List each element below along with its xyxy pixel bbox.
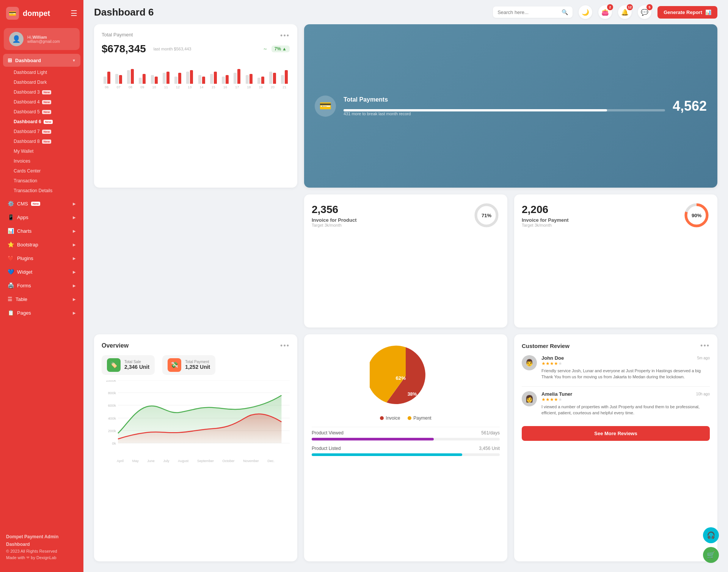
support-icon: 🎧 — [707, 531, 715, 539]
dashboard6-badge: New — [44, 120, 53, 124]
generate-report-button[interactable]: Generate Report 📊 — [657, 6, 717, 19]
bar-label: 15 — [212, 85, 215, 89]
bar-red — [202, 77, 205, 84]
bar-gray — [246, 75, 249, 84]
see-more-reviews-button[interactable]: See More Reviews — [522, 426, 710, 441]
invoice-product-pct: 71% — [482, 213, 491, 218]
bell-icon: 🔔 — [621, 9, 629, 16]
bar-gray — [151, 75, 154, 84]
overview-menu[interactable]: ••• — [280, 342, 290, 350]
dashboard-nav-parent[interactable]: ⊞ Dashboard ▼ — [3, 54, 80, 67]
sidebar-item-dashboard-6[interactable]: Dashboard 6 New — [9, 117, 80, 127]
sidebar-item-apps[interactable]: 📱 Apps ▶ — [3, 211, 80, 224]
sidebar-item-dashboard-8[interactable]: Dashboard 8 New — [9, 136, 80, 146]
bell-btn[interactable]: 🔔 12 — [618, 5, 632, 19]
sidebar-item-transaction[interactable]: Transaction — [9, 176, 80, 186]
sidebar-item-dashboard-3[interactable]: Dashboard 3 New — [9, 87, 80, 97]
tp-sub: 431 more to break last month record — [344, 111, 665, 116]
bar-group: 17 — [232, 59, 242, 89]
sidebar-item-pages[interactable]: 📋 Pages ▶ — [3, 306, 80, 319]
bootstrap-arrow: ▶ — [73, 243, 76, 247]
user-email: william@gmail.com — [27, 39, 60, 44]
sidebar-item-invoices[interactable]: Invoices — [9, 156, 80, 166]
product-listed-bar — [312, 453, 462, 456]
product-viewed-bar — [312, 438, 434, 440]
bar-label: 16 — [223, 85, 227, 89]
sidebar-item-dashboard-dark[interactable]: Dashboard Dark — [9, 77, 80, 87]
total-payment-icon: 💸 — [168, 358, 181, 372]
hamburger-menu[interactable]: ☰ — [71, 9, 77, 18]
cart-float-btn[interactable]: 🛒 — [703, 547, 719, 563]
bar-group: 18 — [244, 59, 254, 89]
sidebar-item-dashboard-4[interactable]: Dashboard 4 New — [9, 97, 80, 107]
review-stars-1: ★★★★★ — [541, 361, 710, 366]
total-payment-card: Total Payment ••• $678,345 last month $5… — [94, 24, 297, 188]
total-sale-value: 2,346 Unit — [124, 364, 149, 370]
x-label-august: August — [178, 459, 188, 463]
dashboard-label: Dashboard — [15, 58, 41, 63]
nav-section: ⊞ Dashboard ▼ Dashboard Light Dashboard … — [0, 54, 83, 320]
sidebar-item-my-wallet[interactable]: My Wallet — [9, 146, 80, 156]
sidebar-item-charts[interactable]: 📊 Charts ▶ — [3, 224, 80, 237]
logo-icon: 💳 — [6, 7, 19, 20]
sidebar-item-plugins[interactable]: ❤️ Plugins ▶ — [3, 252, 80, 265]
charts-icon: 📊 — [8, 228, 14, 234]
review-time-1: 5m ago — [697, 356, 710, 360]
support-float-btn[interactable]: 🎧 — [703, 527, 719, 543]
bar-group: 08 — [126, 59, 136, 89]
overview-stats: 🏷️ Total Sale 2,346 Unit 💸 Total Payment… — [102, 355, 290, 375]
x-label-dec: Dec. — [267, 459, 275, 463]
chat-btn[interactable]: 💬 5 — [638, 5, 651, 19]
sidebar-item-bootstrap[interactable]: ⭐ Bootstrap ▶ — [3, 238, 80, 251]
bar-gray — [186, 72, 189, 84]
bar-gray — [174, 77, 177, 84]
sidebar-item-cards-center[interactable]: Cards Center — [9, 166, 80, 176]
total-payment-amount: $678,345 — [102, 43, 146, 55]
sidebar-item-cms[interactable]: ⚙️ CMS New ▶ — [3, 197, 80, 210]
bootstrap-icon: ⭐ — [8, 241, 14, 248]
review-item-1: 👨 John Doe 5m ago ★★★★★ Friendly service… — [522, 355, 710, 380]
review-menu[interactable]: ••• — [700, 342, 710, 350]
dashboard-submenu: Dashboard Light Dashboard Dark Dashboard… — [9, 67, 80, 196]
bar-group: 07 — [113, 59, 124, 89]
bar-label: 20 — [271, 85, 275, 89]
sidebar-item-dashboard-light[interactable]: Dashboard Light — [9, 67, 80, 77]
bar-group: 21 — [279, 59, 290, 89]
total-payment-title: Total Payment — [102, 32, 133, 38]
bar-red — [285, 70, 288, 84]
sidebar-item-table[interactable]: ☰ Table ▶ — [3, 293, 80, 306]
bar-red — [190, 70, 193, 84]
plugins-icon: ❤️ — [8, 255, 14, 261]
bar-red — [261, 77, 264, 84]
sidebar: 💳 dompet ☰ 👤 Hi,William william@gmail.co… — [0, 0, 83, 572]
bar-label: 10 — [152, 85, 156, 89]
bar-label: 08 — [129, 85, 132, 89]
sidebar-item-transaction-details[interactable]: Transaction Details — [9, 186, 80, 196]
wallet-btn[interactable]: 👛 2 — [598, 5, 612, 19]
review-time-2: 10h ago — [696, 392, 710, 396]
bar-label: 07 — [117, 85, 121, 89]
search-icon: 🔍 — [562, 9, 568, 15]
forms-arrow: ▶ — [73, 284, 76, 288]
topbar-right: 🔍 🌙 👛 2 🔔 12 💬 5 Generate Report 📊 — [493, 5, 717, 19]
total-payment-menu[interactable]: ••• — [280, 32, 290, 40]
invoice-payment-label: Invoice for Payment — [522, 217, 569, 223]
bar-gray — [281, 75, 284, 84]
sidebar-item-dashboard-7[interactable]: Dashboard 7 New — [9, 127, 80, 136]
sidebar-footer: Dompet Payment Admin Dashboard © 2023 Al… — [0, 529, 83, 566]
theme-toggle-btn[interactable]: 🌙 — [579, 5, 592, 19]
plugins-arrow: ▶ — [73, 256, 76, 260]
search-box[interactable]: 🔍 — [493, 6, 573, 18]
trend-badge: 7% ▲ — [271, 45, 290, 52]
sidebar-item-widget[interactable]: 💙 Widget ▶ — [3, 265, 80, 278]
bar-red — [237, 69, 240, 84]
invoice-payment-card: 2,206 Invoice for Payment Target 3k/mont… — [514, 194, 717, 327]
sidebar-item-forms[interactable]: 🖨️ Forms ▶ — [3, 279, 80, 292]
search-input[interactable] — [497, 9, 559, 15]
page-title: Dashboard 6 — [94, 6, 154, 18]
bar-label: 09 — [140, 85, 144, 89]
bar-group: 13 — [185, 59, 195, 89]
review-text-2: I viewed a number of properties with Jus… — [541, 404, 710, 416]
dashboard7-badge: New — [42, 130, 51, 134]
sidebar-item-dashboard-5[interactable]: Dashboard 5 New — [9, 107, 80, 117]
